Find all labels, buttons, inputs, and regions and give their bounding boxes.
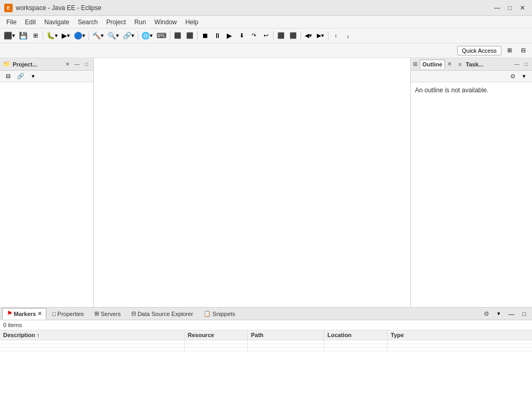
breakpoint-button[interactable]: ⬛ (275, 30, 287, 42)
maximize-button[interactable]: □ (505, 3, 515, 13)
quick-access-button[interactable]: Quick Access (457, 46, 501, 55)
bottom-view-menu-button[interactable]: ⊙ (480, 308, 492, 320)
perspectives-button[interactable]: ⊞ (504, 45, 515, 56)
web-button[interactable]: 🌐▾ (140, 30, 154, 42)
separator-6 (273, 31, 274, 41)
run-ext-button[interactable]: 🔵▾ (72, 30, 87, 42)
link-with-editor-button[interactable]: 🔗 (15, 71, 26, 82)
bottom-panel-controls: ⊙ ▾ — □ (480, 308, 530, 320)
resume-button[interactable]: ▶ (224, 30, 235, 42)
tab-servers[interactable]: ⊞ Servers (90, 308, 125, 320)
separator-3 (138, 31, 138, 41)
bottom-dropdown-button[interactable]: ▾ (493, 308, 505, 320)
markers-icon: ⚑ (7, 310, 12, 317)
outline-max-icon[interactable]: □ (523, 61, 530, 68)
tab-data-source-explorer[interactable]: ⊟ Data Source Explorer (127, 308, 198, 320)
col-location: Location (324, 330, 388, 340)
outline-close-icon[interactable]: ✕ (447, 61, 452, 68)
prev-annot-button[interactable]: ↑ (330, 30, 342, 42)
suspend-button[interactable]: ⏸ (211, 30, 223, 42)
save-all-button[interactable]: ⊞ (30, 30, 41, 42)
menu-project[interactable]: Project (102, 17, 130, 27)
editor-content (94, 58, 410, 307)
outline-message: An outline is not available. (415, 87, 488, 94)
minimize-button[interactable]: — (492, 3, 502, 13)
debug-button[interactable]: 🐛▾ (45, 30, 60, 42)
project-min-icon[interactable]: — (73, 61, 81, 68)
td-desc-1 (0, 340, 185, 343)
close-button[interactable]: ✕ (517, 3, 528, 13)
step-into-button[interactable]: ⬇ (236, 30, 247, 42)
step-over-icon: ↷ (252, 32, 256, 39)
td-res-2 (185, 344, 248, 347)
new-button[interactable]: ⬛▾ (2, 30, 17, 42)
step-into-icon: ⬇ (239, 32, 244, 39)
stop-button[interactable]: ⏹ (199, 30, 211, 42)
outline-dropdown-button[interactable]: ▾ (518, 71, 530, 82)
icons-button[interactable]: ⊟ (517, 45, 529, 56)
project-close-icon[interactable]: ✕ (64, 61, 71, 68)
markers-close-icon[interactable]: ✕ (37, 311, 42, 317)
menu-navigate[interactable]: Navigate (40, 17, 73, 27)
step-return-button[interactable]: ↩ (260, 30, 272, 42)
run-ext-icon: 🔵 (74, 32, 82, 40)
new-icon: ⬛ (4, 32, 12, 40)
outline-tab[interactable]: Outline (420, 60, 445, 69)
build-button[interactable]: 🔨▾ (91, 30, 105, 42)
icons-icon: ⊟ (521, 47, 526, 54)
td-type-3 (388, 348, 532, 351)
skip-button[interactable]: ⬛ (287, 30, 299, 42)
outline-icon: ⊞ (413, 61, 418, 68)
next-edit-button[interactable]: ⬛ (184, 30, 196, 42)
search-button[interactable]: 🔍▾ (106, 30, 121, 42)
toolbar-row-1: ⬛▾ 💾 ⊞ 🐛▾ ▶▾ 🔵▾ 🔨▾ 🔍▾ 🔗▾ 🌐▾ (0, 28, 532, 43)
prev-edit-icon: ⬛ (174, 32, 181, 39)
outline-toolbar: ⊙ ▾ (411, 71, 532, 82)
col-path: Path (248, 330, 324, 340)
bottom-max-button[interactable]: □ (518, 308, 530, 320)
step-over-button[interactable]: ↷ (248, 30, 259, 42)
outline-min-icon[interactable]: — (513, 61, 520, 68)
next-annot-button[interactable]: ↓ (342, 30, 354, 42)
project-max-icon[interactable]: □ (83, 61, 90, 68)
bottom-min-button[interactable]: — (506, 308, 517, 320)
view-menu-button[interactable]: ▾ (27, 71, 39, 82)
td-loc-1 (324, 340, 388, 343)
menu-help[interactable]: Help (181, 17, 203, 27)
menu-edit[interactable]: Edit (21, 17, 40, 27)
outline-panel-header: ⊞ Outline ✕ ≡ Task... — □ (411, 58, 532, 71)
prev-annot-icon: ↑ (334, 33, 337, 39)
outline-view-menu-button[interactable]: ⊙ (507, 71, 518, 82)
prev-edit-button[interactable]: ⬛ (172, 30, 183, 42)
project-panel-title: Project... (13, 61, 62, 68)
build-icon: 🔨 (92, 32, 101, 40)
separator-7 (301, 31, 301, 41)
forward-button[interactable]: ▶▾ (315, 30, 326, 42)
run-icon: ▶ (62, 32, 67, 40)
stop-icon: ⏹ (202, 32, 209, 40)
properties-icon: □ (52, 311, 56, 317)
link-button[interactable]: 🔗▾ (121, 30, 136, 42)
td-path-1 (248, 340, 324, 343)
menu-run[interactable]: Run (130, 17, 150, 27)
resume-icon: ▶ (227, 32, 232, 40)
menu-file[interactable]: File (2, 17, 21, 27)
console-button[interactable]: ⌨ (155, 30, 168, 42)
task-tab[interactable]: Task... (463, 60, 485, 69)
run-button[interactable]: ▶▾ (60, 30, 72, 42)
tab-snippets[interactable]: 📋 Snippets (199, 308, 240, 320)
sort-icon: ↑ (37, 332, 40, 338)
tab-properties[interactable]: □ Properties (47, 308, 89, 320)
save-button[interactable]: 💾 (17, 30, 29, 42)
back-button[interactable]: ◀▾ (303, 30, 314, 42)
console-icon: ⌨ (157, 32, 167, 40)
tab-markers[interactable]: ⚑ Markers ✕ (2, 308, 46, 320)
collapse-all-button[interactable]: ⊟ (2, 71, 14, 82)
td-type-2 (388, 344, 532, 347)
next-annot-icon: ↓ (346, 33, 350, 39)
menu-search[interactable]: Search (73, 17, 102, 27)
menu-window[interactable]: Window (150, 17, 181, 27)
work-area: 📁 Project... ✕ — □ ⊟ 🔗 ▾ ⊞ Outline (0, 58, 532, 307)
td-desc-2 (0, 344, 185, 347)
col-resource: Resource (185, 330, 248, 340)
